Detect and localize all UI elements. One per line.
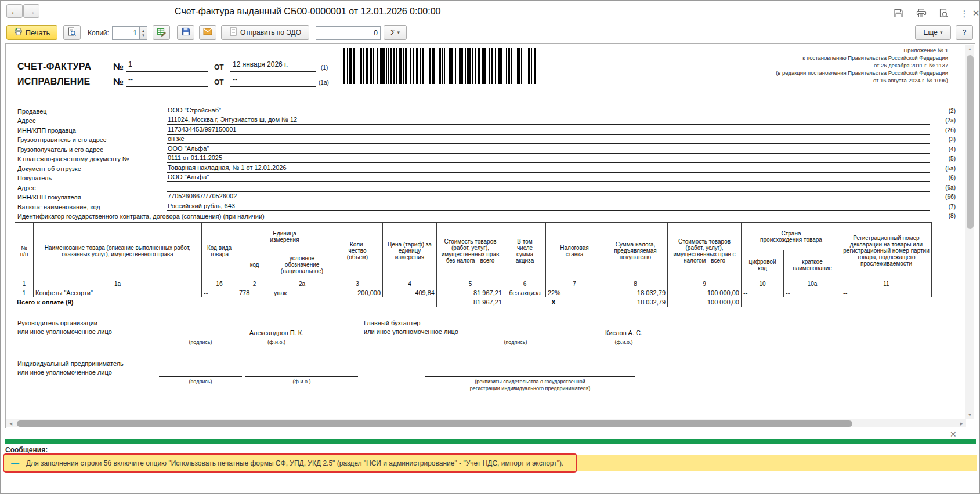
correction-from-label: ОТ xyxy=(214,78,224,86)
field-value: 0111 от 01.11.2025 xyxy=(167,154,930,163)
name-caption: (ф.и.о.) xyxy=(567,339,681,346)
field-label: Документ об отгрузке xyxy=(17,165,167,173)
header-cell-tax-sum: Сумма налога, предъявляемая покупателю xyxy=(603,223,668,279)
field-row-payment-doc: К платежно-расчетному документу № 0111 о… xyxy=(17,154,956,164)
column-number: 2 xyxy=(237,279,272,288)
field-value: ООО "Альфа" xyxy=(167,173,930,182)
preview-button[interactable] xyxy=(63,25,81,40)
vertical-scrollbar[interactable]: ▲ ▼ xyxy=(965,45,974,419)
certificate-caption: (реквизиты свидетельства о государственн… xyxy=(425,378,635,392)
cell-cost-w-tax: 100 000,00 xyxy=(668,288,742,297)
count-input[interactable]: 0 xyxy=(316,26,381,40)
accountant-label-line: Главный бухгалтер xyxy=(364,319,458,328)
correction-marker: (1а) xyxy=(319,79,329,86)
head-signer-label-line: Руководитель организации xyxy=(17,319,112,328)
name-caption: (ф.и.о.) xyxy=(240,339,313,346)
field-value: 111024, Москва г, Энтузиастов ш, дом № 1… xyxy=(167,116,930,125)
table-settings-button[interactable] xyxy=(153,25,170,40)
chevron-down-icon: ▾ xyxy=(940,30,943,35)
cell-line-num: 1 xyxy=(15,288,34,297)
copies-input[interactable]: 1 xyxy=(112,26,140,40)
more-menu-icon[interactable]: ⋮ xyxy=(958,8,971,20)
help-button[interactable]: ? xyxy=(956,25,973,40)
column-number: 7 xyxy=(546,279,603,288)
accountant-signature-line xyxy=(487,325,544,337)
header-cell-rate: Налоговая ставка xyxy=(546,223,603,279)
scroll-right-icon[interactable]: ▶ xyxy=(957,419,966,428)
header-cell-qty: Коли- чество (объем) xyxy=(332,223,383,279)
horizontal-scroll-thumb[interactable] xyxy=(17,420,852,427)
scroll-up-icon[interactable]: ▲ xyxy=(965,45,974,53)
horizontal-scrollbar[interactable]: ◀ ▶ xyxy=(6,419,966,427)
accountant-label: Главный бухгалтер или иное уполномоченно… xyxy=(364,319,458,336)
forward-button[interactable]: → xyxy=(23,4,39,18)
copies-stepper[interactable]: ▲ ▼ xyxy=(140,26,147,40)
message-text: Для заполнения строки 5б включите опцию … xyxy=(26,459,563,467)
header-cell-num: № п/п xyxy=(15,223,34,279)
field-label: Грузоотправитель и его адрес xyxy=(17,136,167,144)
scroll-down-icon[interactable]: ▼ xyxy=(965,411,974,419)
copies-value: 1 xyxy=(133,29,137,37)
field-row-seller-inn: ИНН/КПП продавца 1173434453/997150001 (2… xyxy=(17,125,956,135)
more-button-label: Еще xyxy=(924,28,938,37)
column-number: 4 xyxy=(383,279,437,288)
field-marker: (6а) xyxy=(930,184,956,192)
header-cell-kind: Код вида товара xyxy=(202,223,237,279)
header-cell-cost-w-tax: Стоимость товаров (работ, услуг), имущес… xyxy=(668,223,742,279)
preview-icon[interactable] xyxy=(937,8,950,19)
signature-caption: (подпись) xyxy=(159,339,242,346)
more-button[interactable]: Еще ▾ xyxy=(915,25,951,40)
header-cell-country-name: краткое наименование xyxy=(784,250,841,279)
legal-note-line: Приложение № 1 xyxy=(776,46,948,54)
close-window-icon[interactable]: ✕ xyxy=(970,8,980,19)
column-number: 10 xyxy=(742,279,784,288)
field-value: 1173434453/997150001 xyxy=(167,126,930,135)
field-marker: (5) xyxy=(930,155,956,163)
save-file-button[interactable] xyxy=(177,25,194,40)
entrepreneur-name-line xyxy=(245,364,358,377)
certificate-caption-line: регистрации индивидуального предпринимат… xyxy=(425,385,635,392)
field-value: 7705260667/770526002 xyxy=(167,192,930,201)
arrow-right-icon: → xyxy=(27,7,36,16)
field-marker: (4) xyxy=(930,146,956,154)
print-icon[interactable] xyxy=(915,8,928,19)
entrepreneur-signature-line xyxy=(159,364,242,377)
back-button[interactable]: ← xyxy=(6,4,23,18)
field-label: Грузополучатель и его адрес xyxy=(17,146,167,154)
header-cell-unit: Единица измерения xyxy=(237,223,332,250)
help-button-label: ? xyxy=(963,28,967,37)
arrow-left-icon: ← xyxy=(10,7,19,16)
message-row[interactable]: — Для заполнения строки 5б включите опци… xyxy=(4,455,977,471)
field-label: Адрес xyxy=(17,117,167,125)
field-marker: (7) xyxy=(930,203,956,211)
requisites-block: Продавец ООО "Стройснаб" (2) Адрес 11102… xyxy=(17,106,956,220)
entrepreneur-label-line: Индивидуальный предприниматель xyxy=(17,359,124,368)
column-number: 1б xyxy=(202,279,237,288)
cell-name: Конфеты "Ассорти" xyxy=(34,288,202,297)
field-marker: (2) xyxy=(930,107,956,115)
invoice-number-value: 1 xyxy=(126,60,208,72)
field-marker: (2б) xyxy=(930,126,956,135)
scroll-left-icon[interactable]: ◀ xyxy=(6,419,15,428)
spin-up-icon: ▲ xyxy=(142,28,145,33)
field-marker: (8) xyxy=(930,212,956,220)
field-label: ИНН/КПП продавца xyxy=(17,127,167,135)
head-name-line: Александров П. К. xyxy=(240,325,313,337)
send-edo-label: Отправить по ЭДО xyxy=(240,28,301,37)
header-cell-excise: В том числе сумма акциза xyxy=(504,223,546,279)
correction-date-value: -- xyxy=(230,75,316,87)
sigma-icon: Σ xyxy=(390,28,396,37)
print-button[interactable]: Печать xyxy=(6,25,57,40)
sum-button[interactable]: Σ ▾ xyxy=(384,25,407,40)
save-icon[interactable] xyxy=(892,8,905,19)
field-row-consignee: Грузополучатель и его адрес ООО "Альфа" … xyxy=(17,144,956,154)
send-email-button[interactable] xyxy=(199,25,216,40)
invoice-print-form: Приложение № 1 к постановлению Правитель… xyxy=(5,43,975,428)
send-edo-button[interactable]: Отправить по ЭДО xyxy=(221,25,309,40)
signature-caption: (подпись) xyxy=(159,378,242,385)
vertical-scroll-thumb[interactable] xyxy=(967,55,974,229)
cell-price: 409,84 xyxy=(383,288,437,297)
close-messages-icon[interactable]: ✕ xyxy=(950,430,957,439)
field-label: Валюта: наименование, код xyxy=(17,204,167,211)
field-value xyxy=(167,191,930,192)
